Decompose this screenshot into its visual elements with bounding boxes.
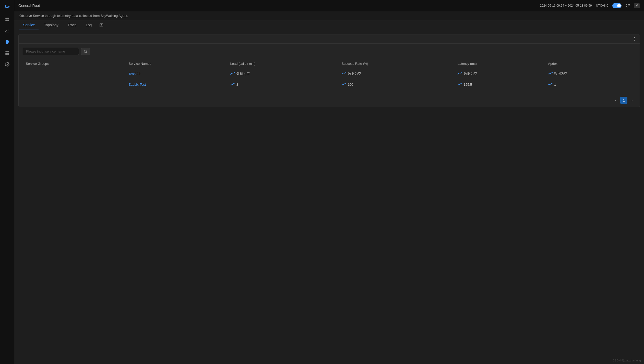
- cell-success-1: 100: [339, 79, 455, 90]
- chart-icon: [5, 28, 9, 33]
- svg-rect-3: [7, 20, 9, 21]
- refresh-icon: [626, 4, 630, 8]
- datetime-range: 2024-05-13 09:24 ~ 2024-05-13 09:59: [540, 4, 592, 7]
- trend-icon-load-1: [230, 82, 235, 86]
- pagination: ‹ 1 ›: [19, 94, 640, 107]
- cell-apdex-0: 数据为空: [545, 68, 636, 79]
- tab-topology[interactable]: Topology: [41, 20, 62, 30]
- topbar: General-Root 2024-05-13 09:24 ~ 2024-05-…: [14, 0, 644, 11]
- col-header-load: Load (calls / min): [227, 59, 339, 68]
- next-page-button[interactable]: ›: [628, 97, 636, 104]
- shield-icon: [5, 40, 9, 44]
- tab-service[interactable]: Service: [19, 20, 39, 30]
- watermark: CSDN @xiaozhanfeng: [613, 359, 641, 362]
- cell-load-1: 3: [227, 79, 339, 90]
- panel-menu-button[interactable]: ⋮: [633, 36, 637, 41]
- trend-icon-apdex-1: [548, 82, 553, 86]
- page-title: General-Root: [18, 4, 40, 8]
- table-row: Zabbix-Test3100155.51: [23, 79, 636, 90]
- tab-log[interactable]: Log: [82, 20, 95, 30]
- svg-point-8: [6, 64, 8, 65]
- col-header-latency: Latency (ms): [455, 59, 545, 68]
- sidebar-item-dashboard[interactable]: [2, 14, 12, 24]
- cell-load-0: 数据为空: [227, 68, 339, 79]
- app-logo: Sw: [3, 2, 12, 11]
- svg-rect-5: [5, 51, 9, 52]
- col-header-success: Success Rate (%): [339, 59, 455, 68]
- sidebar: Sw: [0, 0, 14, 364]
- svg-rect-2: [5, 20, 7, 21]
- trend-icon-latency-0: [458, 72, 462, 76]
- service-panel: ⋮ Service Groups: [18, 34, 640, 107]
- cell-apdex-1: 1: [545, 79, 636, 90]
- search-icon: [84, 50, 87, 53]
- svg-rect-7: [7, 53, 9, 55]
- sidebar-item-settings[interactable]: [2, 59, 12, 69]
- trend-icon-success-1: [342, 82, 346, 86]
- metric-value-apdex-1: 1: [554, 83, 556, 86]
- search-row: [23, 48, 636, 55]
- service-table: Service Groups Service Names Load (calls…: [23, 59, 636, 90]
- info-banner-link[interactable]: Observe Service through telemetry data c…: [19, 14, 128, 18]
- layout-icon: [5, 51, 9, 55]
- trend-icon-success-0: [342, 72, 346, 76]
- gear-icon: [5, 62, 9, 67]
- col-header-groups: Service Groups: [23, 59, 126, 68]
- topbar-right: 2024-05-13 09:24 ~ 2024-05-13 09:59 UTC+…: [540, 3, 640, 8]
- cell-name-0: Test202: [126, 68, 227, 79]
- table-row: Test202数据为空数据为空数据为空数据为空: [23, 68, 636, 79]
- trend-icon-apdex-0: [548, 72, 553, 76]
- svg-rect-1: [7, 18, 9, 19]
- cell-group-0: [23, 68, 126, 79]
- col-header-names: Service Names: [126, 59, 227, 68]
- refresh-button[interactable]: [626, 4, 630, 8]
- info-banner: Observe Service through telemetry data c…: [14, 11, 644, 20]
- svg-line-14: [86, 52, 87, 53]
- cell-latency-1: 155.5: [455, 79, 545, 90]
- document-icon: [99, 23, 103, 27]
- metric-value-load-0: 数据为空: [236, 71, 250, 76]
- theme-toggle[interactable]: [612, 3, 622, 8]
- metric-value-success-1: 100: [348, 83, 353, 86]
- cell-success-0: 数据为空: [339, 68, 455, 79]
- metric-value-success-0: 数据为空: [348, 71, 361, 76]
- svg-rect-0: [5, 18, 7, 19]
- service-name-input[interactable]: [23, 48, 79, 55]
- service-name-link-1[interactable]: Zabbix-Test: [129, 83, 146, 86]
- sidebar-item-layout[interactable]: [2, 48, 12, 58]
- panel-header: ⋮: [19, 34, 640, 44]
- prev-page-button[interactable]: ‹: [612, 97, 619, 104]
- main-content: General-Root 2024-05-13 09:24 ~ 2024-05-…: [14, 0, 644, 364]
- tab-extra-icon[interactable]: [97, 21, 105, 30]
- trend-icon-load-0: [230, 72, 235, 76]
- grid-icon: [5, 17, 9, 22]
- table-header-row: Service Groups Service Names Load (calls…: [23, 59, 636, 68]
- trend-icon-latency-1: [458, 82, 462, 86]
- metric-value-apdex-0: 数据为空: [554, 71, 567, 76]
- search-button[interactable]: [81, 48, 90, 55]
- sidebar-item-shield[interactable]: [2, 37, 12, 47]
- page-1-button[interactable]: 1: [620, 97, 627, 104]
- metric-value-load-1: 3: [236, 83, 238, 86]
- content-area: Observe Service through telemetry data c…: [14, 11, 644, 364]
- sidebar-item-chart[interactable]: [2, 26, 12, 36]
- panel-body: Service Groups Service Names Load (calls…: [19, 44, 640, 94]
- metric-value-latency-1: 155.5: [464, 83, 472, 86]
- tab-trace[interactable]: Trace: [64, 20, 80, 30]
- cell-group-1: [23, 79, 126, 90]
- svg-point-13: [84, 50, 87, 52]
- svg-rect-6: [5, 53, 7, 55]
- metric-value-latency-0: 数据为空: [464, 71, 477, 76]
- tabs-bar: Service Topology Trace Log: [14, 20, 644, 30]
- cell-latency-0: 数据为空: [455, 68, 545, 79]
- cell-name-1: Zabbix-Test: [126, 79, 227, 90]
- col-header-apdex: Apdex: [545, 59, 636, 68]
- version-button[interactable]: V: [634, 3, 640, 8]
- timezone-label: UTC+8:0: [596, 4, 608, 7]
- service-name-link-0[interactable]: Test202: [129, 72, 140, 76]
